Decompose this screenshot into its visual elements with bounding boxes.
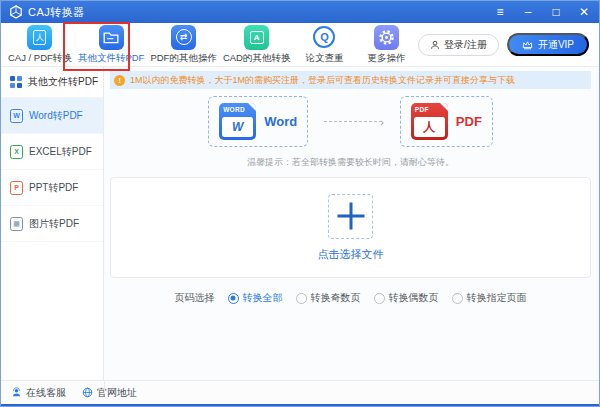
menu-icon[interactable]: ≡ [493,6,507,18]
caj-pdf-icon: 人 [27,25,52,50]
sidebar-item-image-to-pdf[interactable]: ▦ 图片转PDF [1,206,103,242]
tip-text: 温馨提示：若全部转换需要较长时间，请耐心等待。 [110,156,591,169]
sidebar-item-excel-to-pdf[interactable]: X EXCEL转PDF [1,134,103,170]
tool-more-operations[interactable]: 更多操作 [355,25,417,65]
statusbar-divider [104,381,105,394]
notice-text: 1M以内的免费转换，大于1M的需购买注册，登录后可查看历史转换文件记录并可直接分… [130,74,515,87]
tool-label: 论文查重 [305,52,343,65]
open-vip-label: 开通VIP [538,38,574,52]
radio-convert-odd-pages[interactable]: 转换奇数页 [296,291,361,305]
tool-label: 其他文件转PDF [78,52,145,65]
sidebar: 其他文件转PDF W Word转PDF X EXCEL转PDF P PPT转PD… [1,67,104,380]
online-support-label: 在线客服 [26,386,66,400]
login-register-button[interactable]: 登录/注册 [418,34,499,56]
official-site-label: 官网地址 [97,386,137,400]
tool-pdf-other-operations[interactable]: ⇄ PDF的其他操作 [147,25,220,65]
page-select-row: 页码选择 转换全部 转换奇数页 转换偶数页 转换指定页面 [110,291,591,305]
select-file-label: 点击选择文件 [318,247,384,262]
warning-icon: ! [114,75,125,86]
sidebar-item-label: EXCEL转PDF [29,145,92,159]
sidebar-item-label: PPT转PDF [29,181,78,195]
tool-label: PDF的其他操作 [150,52,217,65]
close-icon[interactable]: ✕ [577,6,591,18]
tool-other-files-to-pdf[interactable]: 其他文件转PDF [75,25,148,65]
radio-convert-specified-pages[interactable]: 转换指定页面 [452,291,527,305]
tool-paper-check[interactable]: Q 论文查重 [293,25,355,65]
word-doc-icon: W [10,109,23,123]
page-select-label: 页码选择 [175,291,215,305]
maximize-icon[interactable]: □ [549,6,563,18]
sidebar-item-label: Word转PDF [29,109,83,123]
radio-icon [296,293,307,304]
official-site-link[interactable]: 官网地址 [82,386,137,400]
tool-label: CAD的其他转换 [223,52,291,65]
radio-icon [452,293,463,304]
excel-doc-icon: X [10,145,23,159]
login-register-label: 登录/注册 [444,38,487,52]
gear-icon [374,25,399,50]
sidebar-item-label: 图片转PDF [29,217,79,231]
tool-label: 更多操作 [367,52,405,65]
target-format-box: PDF 人 PDF [400,96,493,147]
radio-label: 转换全部 [243,291,283,305]
user-icon [430,40,440,50]
crown-icon [522,40,533,50]
notice-bar: ! 1M以内的免费转换，大于1M的需购买注册，登录后可查看历史转换文件记录并可直… [110,71,591,89]
file-drop-panel[interactable]: 点击选择文件 [110,177,591,278]
word-file-icon: WORD W [219,103,256,140]
titlebar: CAJ转换器 ≡ – □ ✕ [1,1,599,23]
conversion-arrow: › [324,116,384,128]
target-format-label: PDF [456,114,482,129]
radio-convert-even-pages[interactable]: 转换偶数页 [374,291,439,305]
source-format-label: Word [264,114,297,129]
tool-cad-other-conversions[interactable]: A CAD的其他转换 [220,25,294,65]
image-doc-icon: ▦ [10,217,23,231]
conversion-row: WORD W Word › PDF 人 PDF [110,96,591,147]
cad-icon: A [244,25,269,50]
statusbar: 在线客服 官网地址 [1,380,599,406]
grid-icon [10,76,22,88]
sidebar-item-word-to-pdf[interactable]: W Word转PDF [1,98,103,134]
sidebar-item-ppt-to-pdf[interactable]: P PPT转PDF [1,170,103,206]
sidebar-header-other-files-to-pdf[interactable]: 其他文件转PDF [1,67,103,98]
radio-label: 转换指定页面 [467,291,527,305]
online-support-link[interactable]: 在线客服 [11,386,66,400]
support-agent-icon [11,387,22,398]
globe-icon [82,387,93,398]
radio-icon [374,293,385,304]
app-title: CAJ转换器 [28,5,85,20]
open-vip-button[interactable]: 开通VIP [507,33,589,56]
toolbar: 人 CAJ / PDF转换 其他文件转PDF ⇄ PDF的其他操作 A CAD的… [1,23,599,67]
paper-check-icon: Q [312,25,337,50]
minimize-icon[interactable]: – [521,6,535,18]
radio-icon [228,293,239,304]
ppt-doc-icon: P [10,181,23,195]
source-format-box: WORD W Word [208,96,308,147]
plus-icon[interactable] [328,194,373,239]
main-panel: ! 1M以内的免费转换，大于1M的需购买注册，登录后可查看历史转换文件记录并可直… [104,67,599,380]
toolbar-right: 登录/注册 开通VIP [418,33,599,56]
tool-caj-pdf-convert[interactable]: 人 CAJ / PDF转换 [5,25,75,65]
tool-label: CAJ / PDF转换 [8,52,72,65]
radio-label: 转换奇数页 [311,291,361,305]
folder-icon [99,25,124,50]
window-controls: ≡ – □ ✕ [493,6,591,18]
swap-circle-icon: ⇄ [171,25,196,50]
radio-label: 转换偶数页 [389,291,439,305]
pdf-file-icon: PDF 人 [411,103,448,140]
body: 其他文件转PDF W Word转PDF X EXCEL转PDF P PPT转PD… [1,67,599,380]
sidebar-header-label: 其他文件转PDF [28,75,98,89]
app-logo-icon [9,5,23,19]
app-window: CAJ转换器 ≡ – □ ✕ 人 CAJ / PDF转换 其他文件转PDF ⇄ … [0,0,600,407]
radio-convert-all[interactable]: 转换全部 [228,291,283,305]
